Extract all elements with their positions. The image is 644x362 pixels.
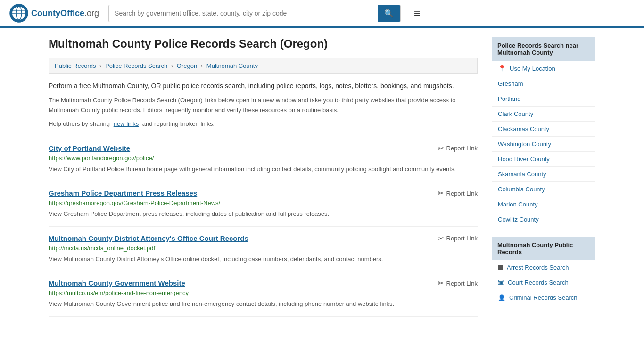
- sidebar-item-label: Skamania County: [498, 171, 546, 178]
- page-title: Multnomah County Police Records Search (…: [49, 37, 478, 50]
- result-url[interactable]: https://greshamoregon.gov/Gresham-Police…: [49, 199, 478, 206]
- sidebar-public-records-header: Multnomah County Public Records: [492, 237, 595, 260]
- sidebar-item-label: Use My Location: [510, 65, 555, 72]
- sidebar-item-label: Clackamas County: [498, 125, 549, 132]
- logo-name: CountyOffice: [31, 8, 84, 18]
- sidebar-item-gresham[interactable]: Gresham: [492, 76, 595, 91]
- square-icon: [498, 265, 503, 270]
- breadcrumb-police-records[interactable]: Police Records Search: [105, 62, 167, 69]
- report-link-label: Report Link: [446, 235, 478, 242]
- breadcrumb-sep-1: ›: [99, 62, 101, 69]
- sidebar-public-records-section: Multnomah County Public Records Arrest R…: [492, 237, 595, 305]
- breadcrumb-oregon[interactable]: Oregon: [177, 62, 197, 69]
- breadcrumb: Public Records › Police Records Search ›…: [49, 58, 478, 74]
- header: CountyOffice.org 🔍 ≡: [0, 0, 644, 28]
- result-item: Multnomah County Government Website ✂ Re…: [49, 272, 478, 317]
- person-icon: 👤: [498, 294, 505, 301]
- result-header: City of Portland Website ✂ Report Link: [49, 144, 478, 153]
- sidebar-item-cowlitz-county[interactable]: Cowlitz County: [492, 212, 595, 227]
- sidebar-item-label: Court Records Search: [508, 279, 569, 286]
- result-url[interactable]: http://mcda.us/mcda_online_docket.pdf: [49, 245, 478, 252]
- logo-suffix: .org: [84, 8, 99, 18]
- result-header: Multnomah County District Attorney's Off…: [49, 234, 478, 243]
- sidebar-item-label: Clark County: [498, 110, 533, 117]
- sidebar-item-label: Gresham: [498, 80, 523, 87]
- logo-text: CountyOffice.org: [31, 8, 99, 18]
- sidebar-nearby-header: Police Records Search near Multnomah Cou…: [492, 37, 595, 61]
- sidebar-item-arrest-records[interactable]: Arrest Records Search: [492, 260, 595, 275]
- report-link-button[interactable]: ✂ Report Link: [438, 189, 478, 197]
- sidebar-item-label: Columbia County: [498, 186, 545, 193]
- sidebar-item-label: Criminal Records Search: [509, 294, 578, 301]
- result-title[interactable]: Multnomah County District Attorney's Off…: [49, 234, 248, 242]
- sidebar-item-criminal-records[interactable]: 👤 Criminal Records Search: [492, 290, 595, 305]
- sidebar-public-records-items: Arrest Records Search 🏛 Court Records Se…: [492, 260, 595, 305]
- result-url[interactable]: https://www.portlandoregon.gov/police/: [49, 155, 478, 162]
- result-url[interactable]: https://multco.us/em/police-and-fire-non…: [49, 289, 478, 296]
- share-text: Help others by sharing new links and rep…: [49, 120, 478, 127]
- search-button[interactable]: 🔍: [378, 5, 400, 22]
- sidebar-nearby-items: 📍 Use My Location Gresham Portland Clark…: [492, 61, 595, 227]
- sidebar-item-label: Arrest Records Search: [507, 264, 569, 271]
- result-item: Multnomah County District Attorney's Off…: [49, 227, 478, 272]
- result-desc: View Multnomah County Government police …: [49, 299, 478, 309]
- breadcrumb-public-records[interactable]: Public Records: [55, 62, 96, 69]
- report-link-button[interactable]: ✂ Report Link: [438, 144, 478, 153]
- sidebar-item-clark-county[interactable]: Clark County: [492, 107, 595, 122]
- result-desc: View Multnomah County District Attorney'…: [49, 255, 478, 264]
- share-suffix: and reporting broken links.: [142, 120, 215, 127]
- logo-area[interactable]: CountyOffice.org: [9, 4, 99, 23]
- location-pin-icon: 📍: [498, 65, 506, 72]
- sidebar-item-use-my-location[interactable]: 📍 Use My Location: [492, 61, 595, 76]
- breadcrumb-sep-2: ›: [171, 62, 173, 69]
- sidebar-item-hood-river-county[interactable]: Hood River County: [492, 152, 595, 167]
- result-header: Gresham Police Department Press Releases…: [49, 189, 478, 197]
- sidebar-item-washington-county[interactable]: Washington County: [492, 137, 595, 152]
- result-header: Multnomah County Government Website ✂ Re…: [49, 279, 478, 288]
- sidebar-item-label: Hood River County: [498, 156, 550, 163]
- secondary-text: The Multnomah County Police Records Sear…: [49, 96, 478, 115]
- share-prefix: Help others by sharing: [49, 120, 110, 127]
- sidebar-item-columbia-county[interactable]: Columbia County: [492, 182, 595, 197]
- report-link-label: Report Link: [446, 190, 478, 197]
- sidebar-item-label: Washington County: [498, 140, 551, 148]
- sidebar-item-label: Portland: [498, 95, 520, 102]
- content-area: Multnomah County Police Records Search (…: [49, 37, 478, 317]
- breadcrumb-multnomah[interactable]: Multnomah County: [206, 62, 258, 69]
- result-desc: View Gresham Police Department press rel…: [49, 209, 478, 219]
- intro-text: Perform a free Multnomah County, OR publ…: [49, 81, 478, 91]
- scissors-icon: ✂: [438, 279, 444, 288]
- scissors-icon: ✂: [438, 144, 444, 153]
- report-link-label: Report Link: [446, 145, 478, 152]
- sidebar-item-court-records[interactable]: 🏛 Court Records Search: [492, 275, 595, 290]
- search-input[interactable]: [109, 6, 378, 21]
- search-container: 🔍: [108, 5, 401, 22]
- results-list: City of Portland Website ✂ Report Link h…: [49, 137, 478, 317]
- search-icon: 🔍: [384, 9, 394, 17]
- building-icon: 🏛: [498, 279, 504, 286]
- report-link-button[interactable]: ✂ Report Link: [438, 234, 478, 243]
- sidebar-item-label: Marion County: [498, 201, 538, 208]
- result-item: Gresham Police Department Press Releases…: [49, 181, 478, 227]
- sidebar-item-skamania-county[interactable]: Skamania County: [492, 167, 595, 182]
- scissors-icon: ✂: [438, 189, 444, 197]
- new-links-link[interactable]: new links: [114, 120, 139, 127]
- sidebar-item-portland[interactable]: Portland: [492, 91, 595, 107]
- report-link-button[interactable]: ✂ Report Link: [438, 279, 478, 288]
- logo-icon: [9, 4, 28, 23]
- sidebar-item-marion-county[interactable]: Marion County: [492, 197, 595, 212]
- sidebar-item-clackamas-county[interactable]: Clackamas County: [492, 122, 595, 137]
- main-layout: Multnomah County Police Records Search (…: [39, 28, 605, 326]
- scissors-icon: ✂: [438, 234, 444, 243]
- sidebar-item-label: Cowlitz County: [498, 216, 539, 223]
- result-title[interactable]: Gresham Police Department Press Releases: [49, 189, 197, 197]
- result-title[interactable]: Multnomah County Government Website: [49, 279, 185, 287]
- result-item: City of Portland Website ✂ Report Link h…: [49, 137, 478, 182]
- hamburger-icon: ≡: [414, 7, 421, 19]
- result-desc: View City of Portland Police Bureau home…: [49, 165, 478, 174]
- sidebar: Police Records Search near Multnomah Cou…: [492, 37, 595, 317]
- result-title[interactable]: City of Portland Website: [49, 144, 130, 152]
- hamburger-menu-button[interactable]: ≡: [410, 5, 424, 22]
- sidebar-nearby-section: Police Records Search near Multnomah Cou…: [492, 37, 595, 227]
- breadcrumb-sep-3: ›: [201, 62, 203, 69]
